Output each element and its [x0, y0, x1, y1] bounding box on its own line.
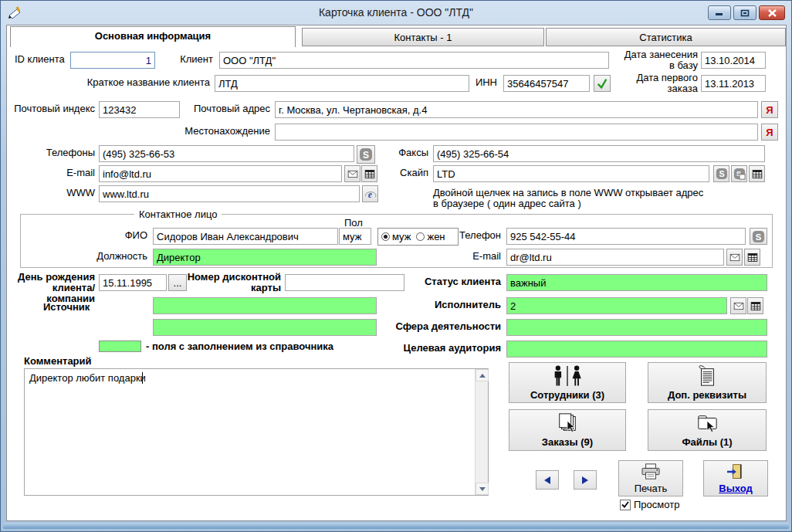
skype-field[interactable]: [433, 165, 709, 182]
first-order-date-field[interactable]: [701, 75, 766, 92]
table-icon: [751, 168, 763, 180]
table-icon: [364, 168, 376, 180]
manager-field[interactable]: [506, 297, 727, 314]
email-field[interactable]: [99, 165, 342, 182]
contact-phone-field[interactable]: [506, 228, 746, 245]
inn-check-button[interactable]: [594, 75, 611, 92]
discount-card-label: Номер дисконтной карты: [183, 272, 281, 293]
date-added-label: Дата занесения в базу: [617, 49, 698, 71]
client-id-label: ID клиента: [15, 54, 65, 65]
gender-field[interactable]: [339, 228, 371, 245]
position-label: Должность: [83, 251, 147, 262]
folder-cursor-icon: [694, 412, 720, 434]
birthday-field[interactable]: [99, 274, 167, 291]
radio-male[interactable]: [381, 232, 390, 241]
skype-list-button[interactable]: [749, 165, 765, 182]
preview-checkbox-row: Просмотр: [620, 499, 679, 510]
table-icon: [746, 252, 759, 263]
legend-text: - поля с заполнением из справочника: [146, 341, 333, 352]
status-field[interactable]: [506, 274, 767, 291]
employees-button-label: Сотрудники (3): [530, 389, 604, 401]
short-name-label: Краткое название клиента: [84, 77, 210, 88]
client-field[interactable]: [219, 52, 609, 69]
source-field-1[interactable]: [153, 297, 377, 314]
requisites-button-label: Доп. реквизиты: [668, 389, 746, 401]
scroll-up-button[interactable]: [476, 369, 489, 381]
open-browser-button[interactable]: e: [362, 185, 378, 202]
skype-chat-icon: S: [733, 168, 746, 180]
www-field[interactable]: [99, 185, 360, 202]
text-caret: [142, 372, 143, 384]
maximize-icon: [740, 9, 750, 17]
comment-box[interactable]: Директор любит подарки: [24, 368, 489, 496]
stacked-pages-cursor-icon: [554, 412, 580, 434]
send-contact-email-button[interactable]: [726, 249, 743, 266]
maximize-button[interactable]: [733, 5, 756, 20]
prev-record-button[interactable]: [536, 470, 559, 490]
tab-statistics[interactable]: Статистика: [546, 28, 786, 46]
audience-field[interactable]: [506, 341, 767, 357]
tab-main-info[interactable]: Основная информация: [10, 26, 296, 47]
minimize-icon: [715, 9, 724, 16]
faxes-label: Факсы: [393, 147, 428, 158]
skype-call-button[interactable]: S: [713, 165, 729, 182]
position-field[interactable]: [153, 249, 377, 266]
skype-chat-button[interactable]: S: [731, 165, 747, 182]
files-button-label: Файлы (1): [682, 436, 732, 448]
arrow-up-icon: [479, 374, 486, 378]
inn-field[interactable]: [503, 75, 590, 92]
date-added-field[interactable]: [701, 52, 766, 69]
location-label: Местонахождение: [177, 126, 270, 137]
manager-list-button[interactable]: [747, 297, 763, 314]
radio-female[interactable]: [416, 232, 425, 241]
faxes-field[interactable]: [433, 145, 765, 162]
skype-icon: S: [359, 147, 373, 161]
preview-checkbox[interactable]: [620, 500, 631, 510]
comment-scrollbar[interactable]: [475, 369, 488, 495]
employees-button[interactable]: Сотрудники (3): [509, 362, 626, 403]
email-list-button[interactable]: [361, 165, 377, 182]
orders-button[interactable]: Заказы (9): [509, 409, 626, 451]
close-button[interactable]: [759, 5, 785, 20]
exit-button-label: Выход: [719, 483, 752, 494]
location-field[interactable]: [275, 124, 758, 141]
scroll-down-button[interactable]: [476, 483, 489, 495]
phones-field[interactable]: [99, 145, 354, 162]
print-button[interactable]: Печать: [618, 460, 683, 496]
files-button[interactable]: Файлы (1): [648, 409, 767, 451]
window-title: Карточка клиента - ООО "ЛТД": [1, 6, 791, 19]
table-icon: [750, 300, 762, 312]
activity-field[interactable]: [506, 319, 767, 336]
contact-email-field[interactable]: [506, 249, 724, 266]
source-field-2[interactable]: [153, 319, 377, 336]
tab-contacts[interactable]: Контакты - 1: [302, 28, 544, 46]
postal-index-label: Почтовый индекс: [8, 103, 95, 114]
postal-index-field[interactable]: [99, 101, 180, 118]
postal-address-field[interactable]: [275, 101, 758, 118]
man-woman-icon: [550, 365, 584, 387]
manager-mail-button[interactable]: [730, 297, 746, 314]
next-record-button[interactable]: [574, 470, 597, 490]
window-frame-bottom: [3, 523, 789, 529]
exit-button[interactable]: Выход: [703, 460, 768, 496]
short-name-field[interactable]: [215, 75, 469, 92]
skype-call-phone-button[interactable]: S: [357, 145, 375, 164]
source-label: Источник: [43, 302, 90, 313]
status-label: Статус клиента: [416, 276, 501, 287]
reference-field-swatch: [99, 341, 141, 352]
requisites-button[interactable]: Доп. реквизиты: [648, 362, 767, 403]
skype-label: Скайп: [393, 168, 428, 178]
minimize-button[interactable]: [708, 5, 731, 20]
check-icon: [621, 501, 629, 508]
yandex-map-address-button[interactable]: Я: [761, 101, 778, 118]
send-email-button[interactable]: [344, 165, 360, 182]
contact-email-list-button[interactable]: [744, 249, 760, 266]
client-id-field[interactable]: [70, 52, 155, 69]
email-label: E-mail: [52, 168, 95, 178]
svg-text:S: S: [719, 169, 724, 178]
yandex-map-location-button[interactable]: Я: [761, 124, 778, 141]
fio-field[interactable]: [153, 228, 338, 245]
skype-call-contact-button[interactable]: S: [750, 228, 767, 245]
discount-card-field[interactable]: [285, 274, 404, 291]
skype-icon: S: [716, 168, 728, 180]
